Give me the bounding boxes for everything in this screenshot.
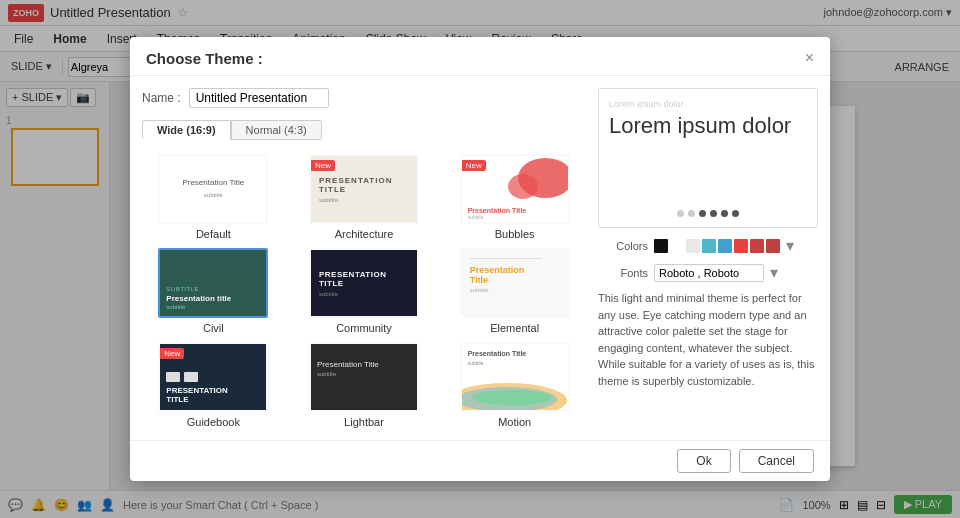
- color-swatch-5[interactable]: [734, 239, 748, 253]
- theme-item-lightbar[interactable]: Presentation Title subtitle Lightbar: [293, 342, 436, 428]
- preview-box: Lorem ipsum dolor Lorem ipsum dolor: [598, 88, 818, 228]
- theme-thumb-elemental: Presentation Title subtitle: [460, 248, 570, 318]
- theme-thumb-architecture: PRESENTATION TITLE subtitle New: [309, 154, 419, 224]
- colors-swatches: [654, 239, 780, 253]
- theme-item-elemental[interactable]: Presentation Title subtitle Elemental: [443, 248, 586, 334]
- theme-name-lightbar: Lightbar: [344, 416, 384, 428]
- color-swatch-2[interactable]: [686, 239, 700, 253]
- theme-thumb-bubbles: Presentation Title subtitle New: [460, 154, 570, 224]
- new-badge: New: [160, 348, 184, 359]
- theme-thumb-lightbar: Presentation Title subtitle: [309, 342, 419, 412]
- theme-item-architecture[interactable]: PRESENTATION TITLE subtitle NewArchitect…: [293, 154, 436, 240]
- presentation-name-input[interactable]: [189, 88, 329, 108]
- theme-item-bubbles[interactable]: Presentation Title subtitle NewBubbles: [443, 154, 586, 240]
- modal-close-button[interactable]: ×: [805, 49, 814, 67]
- theme-right-panel: Lorem ipsum dolor Lorem ipsum dolor Colo…: [598, 88, 818, 428]
- preview-dot-2[interactable]: [699, 210, 706, 217]
- fonts-dropdown-arrow[interactable]: ▾: [770, 263, 778, 282]
- fonts-row: Fonts ▾: [598, 263, 818, 282]
- format-tabs: Wide (16:9)Normal (4:3): [142, 120, 586, 140]
- preview-dots: [609, 210, 807, 217]
- theme-name-bubbles: Bubbles: [495, 228, 535, 240]
- theme-description: This light and minimal theme is perfect …: [598, 290, 818, 389]
- colors-arrow[interactable]: ▾: [786, 236, 794, 255]
- modal-footer: Ok Cancel: [130, 440, 830, 481]
- theme-item-civil[interactable]: subtitle Presentation title subtitle Civ…: [142, 248, 285, 334]
- new-badge: New: [462, 160, 486, 171]
- preview-dot-1[interactable]: [688, 210, 695, 217]
- preview-dot-0[interactable]: [677, 210, 684, 217]
- theme-thumb-default: Presentation Titlesubtitle: [158, 154, 268, 224]
- theme-thumb-civil: subtitle Presentation title subtitle: [158, 248, 268, 318]
- modal-body: Name : Wide (16:9)Normal (4:3) Presentat…: [130, 76, 830, 440]
- modal-header: Choose Theme : ×: [130, 37, 830, 76]
- theme-name-elemental: Elemental: [490, 322, 539, 334]
- color-swatch-7[interactable]: [766, 239, 780, 253]
- name-row: Name :: [142, 88, 586, 108]
- themes-grid: Presentation Titlesubtitle Default PRESE…: [142, 154, 586, 428]
- modal-title: Choose Theme :: [146, 50, 263, 67]
- theme-name-community: Community: [336, 322, 392, 334]
- fonts-input[interactable]: [654, 264, 764, 282]
- color-swatch-4[interactable]: [718, 239, 732, 253]
- theme-item-guidebook[interactable]: PRESENTATION TITLE NewGuidebook: [142, 342, 285, 428]
- preview-dot-5[interactable]: [732, 210, 739, 217]
- color-swatch-0[interactable]: [654, 239, 668, 253]
- colors-row: Colors ▾: [598, 236, 818, 255]
- modal-overlay: Choose Theme : × Name : Wide (16:9)Norma…: [0, 0, 960, 518]
- format-tab-0[interactable]: Wide (16:9): [142, 120, 231, 140]
- preview-subtitle: Lorem ipsum dolor: [609, 99, 807, 109]
- fonts-label: Fonts: [598, 267, 648, 279]
- theme-name-default: Default: [196, 228, 231, 240]
- name-label: Name :: [142, 91, 181, 105]
- theme-thumb-motion: Presentation Title subtitle: [460, 342, 570, 412]
- theme-name-civil: Civil: [203, 322, 224, 334]
- theme-thumb-community: PRESENTATION TITLE subtitle: [309, 248, 419, 318]
- theme-name-guidebook: Guidebook: [187, 416, 240, 428]
- colors-label: Colors: [598, 240, 648, 252]
- color-swatch-3[interactable]: [702, 239, 716, 253]
- ok-button[interactable]: Ok: [677, 449, 730, 473]
- color-swatch-6[interactable]: [750, 239, 764, 253]
- format-tab-1[interactable]: Normal (4:3): [231, 120, 322, 140]
- theme-name-architecture: Architecture: [335, 228, 394, 240]
- new-badge: New: [311, 160, 335, 171]
- theme-item-community[interactable]: PRESENTATION TITLE subtitle Community: [293, 248, 436, 334]
- theme-item-motion[interactable]: Presentation Title subtitle Motion: [443, 342, 586, 428]
- preview-title: Lorem ipsum dolor: [609, 113, 807, 139]
- choose-theme-modal: Choose Theme : × Name : Wide (16:9)Norma…: [130, 37, 830, 481]
- color-swatch-1[interactable]: [670, 239, 684, 253]
- theme-name-motion: Motion: [498, 416, 531, 428]
- cancel-button[interactable]: Cancel: [739, 449, 814, 473]
- theme-item-default[interactable]: Presentation Titlesubtitle Default: [142, 154, 285, 240]
- theme-left-panel: Name : Wide (16:9)Normal (4:3) Presentat…: [142, 88, 586, 428]
- preview-dot-3[interactable]: [710, 210, 717, 217]
- preview-dot-4[interactable]: [721, 210, 728, 217]
- theme-thumb-guidebook: PRESENTATION TITLE New: [158, 342, 268, 412]
